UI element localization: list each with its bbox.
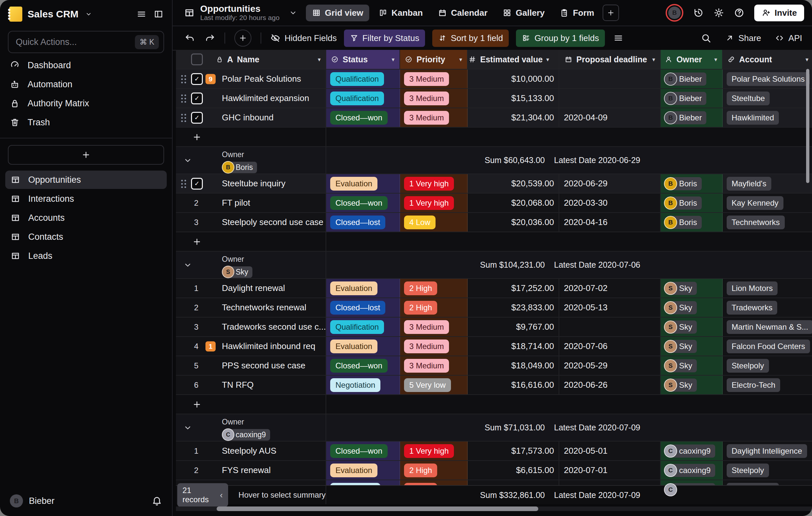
record-name[interactable]: Polar Peak Solutions	[222, 74, 301, 84]
share-button[interactable]: Share	[725, 33, 761, 43]
record-name[interactable]: Steelpoly AUS	[222, 446, 277, 456]
group-button[interactable]: Group by 1 fields	[516, 30, 605, 47]
table-row[interactable]: 1Steelpoly AUSClosed—won1 Very high$17,5…	[176, 442, 812, 461]
cell-owner[interactable]: SSky	[661, 356, 723, 375]
cell-status[interactable]: Closed—won	[326, 442, 400, 460]
group-header-row[interactable]: OwnerBBorisSum $60,643.00Latest Date 202…	[176, 147, 812, 174]
cell-proposal-deadline[interactable]: 2020-06-29	[559, 174, 661, 193]
drag-handle-icon[interactable]	[181, 180, 183, 181]
cell-account[interactable]: Steeltube	[723, 89, 812, 108]
cell-owner[interactable]: SSky	[661, 317, 723, 336]
record-name[interactable]: Steelpoly second use case	[222, 217, 323, 227]
cell-estimated-value[interactable]: $23,833.00	[468, 298, 559, 317]
select-all-checkbox[interactable]	[191, 54, 203, 65]
cell-estimated-value[interactable]: $17,252.00	[468, 279, 559, 298]
cell-name[interactable]: 6TN RFQ	[176, 375, 326, 394]
cell-account[interactable]: Electro-Tech	[723, 375, 812, 394]
column-header-value[interactable]: Estimated value▼	[468, 50, 559, 69]
cell-priority[interactable]: 4 Low	[400, 213, 468, 232]
chevron-down-icon[interactable]	[85, 10, 92, 18]
chevron-down-icon[interactable]	[289, 8, 297, 17]
cell-estimated-value[interactable]: $9,767.00	[468, 317, 559, 336]
record-name[interactable]: TN RFQ	[222, 380, 254, 390]
row-checkbox[interactable]: ✓	[191, 92, 203, 104]
cell-name[interactable]: ✓Hawklimited expansion	[176, 89, 326, 108]
sort-button[interactable]: Sort by 1 field	[432, 30, 509, 47]
sort-caret-icon[interactable]: ▼	[805, 57, 809, 62]
cell-name[interactable]: 5PPS second use case	[176, 356, 326, 375]
cell-status[interactable]: Closed—lost	[326, 213, 400, 232]
cell-account[interactable]: Martin Newman & S...	[723, 317, 812, 336]
column-header-name[interactable]: AName▼	[176, 50, 326, 69]
cell-proposal-deadline[interactable]	[559, 69, 661, 88]
add-record-button[interactable]	[234, 30, 252, 47]
cell-estimated-value[interactable]: $18,049.00	[468, 356, 559, 375]
cell-priority[interactable]: 1 Very high	[400, 193, 468, 212]
cell-status[interactable]: Closed—won	[326, 193, 400, 212]
cell-name[interactable]: 3Tradeworks second use c...	[176, 317, 326, 336]
cell-name[interactable]: 2Technetworks renewal	[176, 298, 326, 317]
cell-account[interactable]: Polar Peak Solutions	[723, 69, 812, 88]
view-tab-calendar[interactable]: Calendar	[432, 5, 493, 21]
table-row[interactable]: 5PPS second use caseClosed—won3 Medium$1…	[176, 356, 812, 375]
table-row[interactable]: 2FT pilotClosed—won1 Very high$20,068.00…	[176, 193, 812, 213]
table-row[interactable]: 41Hawklimited inbound reqEvaluation3 Med…	[176, 337, 812, 356]
search-icon[interactable]	[701, 33, 711, 43]
cell-owner[interactable]: BBieber	[661, 89, 723, 108]
count-badge[interactable]: 9	[205, 74, 215, 84]
history-icon[interactable]	[693, 7, 704, 18]
cell-proposal-deadline[interactable]: 2020-05-01	[559, 442, 661, 460]
row-checkbox[interactable]: ✓	[191, 178, 203, 190]
cell-account[interactable]: Kay Kennedy	[723, 193, 812, 212]
cell-estimated-value[interactable]: $17,573.00	[468, 442, 559, 460]
cell-status[interactable]: Qualification	[326, 69, 400, 88]
drag-handle-icon[interactable]	[181, 75, 183, 77]
invite-button[interactable]: Invite	[754, 5, 804, 21]
drag-handle-icon[interactable]	[181, 114, 183, 116]
cell-priority[interactable]: 3 Medium	[400, 89, 468, 108]
cell-priority[interactable]: 3 Medium	[400, 108, 468, 127]
add-row[interactable]	[176, 128, 812, 147]
cell-priority[interactable]: 3 Medium	[400, 337, 468, 356]
cell-estimated-value[interactable]: $16,616.00	[468, 375, 559, 394]
user-avatar[interactable]: B	[10, 494, 23, 508]
sidebar-table-interactions[interactable]: Interactions	[5, 190, 167, 208]
cell-status[interactable]: Qualification	[326, 317, 400, 336]
sort-caret-icon[interactable]: ▼	[390, 57, 396, 62]
cell-name[interactable]: ✓9Polar Peak Solutions	[176, 69, 326, 88]
footer-latest-date[interactable]: Latest Date 2020-07-09	[549, 490, 650, 500]
sidebar-table-contacts[interactable]: Contacts	[5, 227, 167, 246]
cell-priority[interactable]: 1 Very high	[400, 442, 468, 460]
cell-account[interactable]: Steelpoly	[723, 356, 812, 375]
table-row[interactable]: 3Tradeworks second use c...Qualification…	[176, 317, 812, 337]
cell-account[interactable]: Steelpoly	[723, 461, 812, 480]
cell-name[interactable]: 3Steelpoly second use case	[176, 213, 326, 232]
row-checkbox[interactable]: ✓	[191, 112, 203, 124]
cell-name[interactable]: 2FYS renewal	[176, 461, 326, 480]
record-name[interactable]: Technetworks renewal	[222, 302, 306, 313]
view-tab-gallery[interactable]: Gallery	[497, 5, 550, 21]
group-header-row[interactable]: OwnerCcaoxing9Sum $71,031.00Latest Date …	[176, 414, 812, 442]
chevron-down-icon[interactable]	[183, 423, 192, 432]
sidebar-table-opportunities[interactable]: Opportunities	[5, 171, 167, 189]
table-row[interactable]: 3Steelpoly second use caseClosed—lost4 L…	[176, 213, 812, 232]
cell-priority[interactable]: 1 Very high	[400, 174, 468, 193]
cell-estimated-value[interactable]: $20,539.00	[468, 174, 559, 193]
add-view-button[interactable]	[603, 5, 619, 21]
table-row[interactable]: ✓Hawklimited expansionQualification3 Med…	[176, 89, 812, 108]
count-badge[interactable]: 1	[205, 341, 215, 351]
sidebar-table-accounts[interactable]: Accounts	[5, 209, 167, 227]
record-name[interactable]: Tradeworks second use c...	[222, 322, 326, 332]
cell-owner[interactable]: BBoris	[661, 193, 723, 212]
chevron-down-icon[interactable]	[183, 156, 192, 165]
cell-owner[interactable]: SSky	[661, 375, 723, 394]
cell-estimated-value[interactable]: $6,615.00	[468, 461, 559, 480]
sidebar-table-leads[interactable]: Leads	[5, 247, 167, 265]
sidebar-item-trash[interactable]: Trash	[0, 113, 172, 132]
cell-priority[interactable]: 2 High	[400, 298, 468, 317]
table-row[interactable]: 2Technetworks renewalClosed—lost2 High$2…	[176, 298, 812, 317]
cell-estimated-value[interactable]: $20,068.00	[468, 193, 559, 212]
record-count-badge[interactable]: 21 records ‹	[177, 483, 228, 507]
cell-account[interactable]: Falcon Food Centers	[723, 337, 812, 356]
cell-proposal-deadline[interactable]: 2020-07-01	[559, 461, 661, 480]
